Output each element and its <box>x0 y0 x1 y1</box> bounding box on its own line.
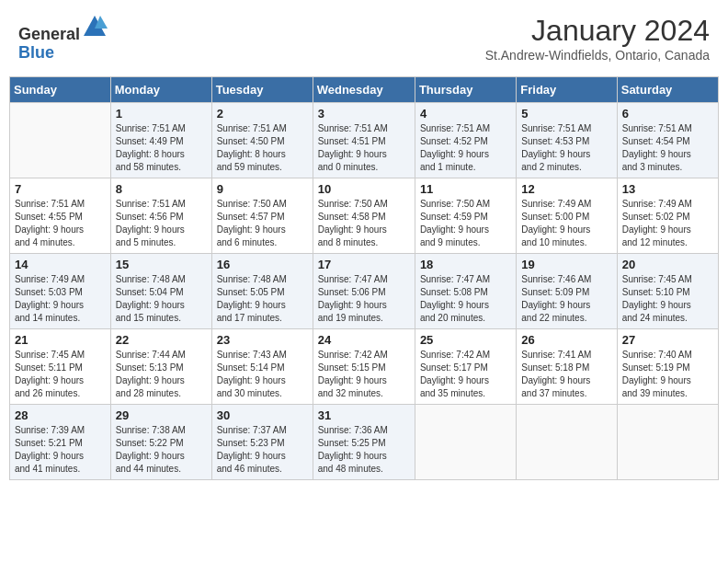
page-header: General Blue January 2024 St.Andrew-Wind… <box>9 9 719 67</box>
day-number: 8 <box>116 182 207 196</box>
day-number: 10 <box>318 182 410 196</box>
calendar-cell: 9Sunrise: 7:50 AM Sunset: 4:57 PM Daylig… <box>211 178 313 254</box>
day-info: Sunrise: 7:42 AM Sunset: 5:17 PM Dayligh… <box>420 349 511 400</box>
day-number: 19 <box>521 258 611 271</box>
logo-blue-text: Blue <box>18 43 54 62</box>
calendar-cell: 26Sunrise: 7:41 AM Sunset: 5:18 PM Dayli… <box>517 329 617 405</box>
day-number: 25 <box>420 333 511 347</box>
weekday-header-friday: Friday <box>517 77 617 103</box>
calendar-cell: 7Sunrise: 7:51 AM Sunset: 4:55 PM Daylig… <box>10 178 111 254</box>
day-info: Sunrise: 7:51 AM Sunset: 4:56 PM Dayligh… <box>116 198 207 249</box>
day-number: 22 <box>116 333 207 347</box>
calendar-cell: 27Sunrise: 7:40 AM Sunset: 5:19 PM Dayli… <box>617 329 718 405</box>
weekday-header-tuesday: Tuesday <box>211 77 313 103</box>
calendar-cell: 2Sunrise: 7:51 AM Sunset: 4:50 PM Daylig… <box>211 103 313 178</box>
day-number: 13 <box>622 182 713 196</box>
calendar-cell: 24Sunrise: 7:42 AM Sunset: 5:15 PM Dayli… <box>313 329 415 405</box>
day-number: 9 <box>217 182 308 196</box>
day-number: 6 <box>622 107 713 121</box>
calendar-cell: 14Sunrise: 7:49 AM Sunset: 5:03 PM Dayli… <box>10 254 111 329</box>
calendar-table: SundayMondayTuesdayWednesdayThursdayFrid… <box>9 76 719 480</box>
weekday-header-thursday: Thursday <box>415 77 516 103</box>
month-title: January 2024 <box>485 14 710 48</box>
day-info: Sunrise: 7:51 AM Sunset: 4:50 PM Dayligh… <box>217 122 308 174</box>
day-info: Sunrise: 7:51 AM Sunset: 4:49 PM Dayligh… <box>116 122 207 174</box>
day-number: 30 <box>217 408 308 422</box>
weekday-header-wednesday: Wednesday <box>313 77 415 103</box>
calendar-cell <box>517 405 617 480</box>
calendar-cell: 22Sunrise: 7:44 AM Sunset: 5:13 PM Dayli… <box>110 329 211 405</box>
calendar-week-row: 1Sunrise: 7:51 AM Sunset: 4:49 PM Daylig… <box>10 103 719 178</box>
calendar-cell: 5Sunrise: 7:51 AM Sunset: 4:53 PM Daylig… <box>517 103 617 178</box>
calendar-cell: 12Sunrise: 7:49 AM Sunset: 5:00 PM Dayli… <box>517 178 617 254</box>
calendar-cell: 23Sunrise: 7:43 AM Sunset: 5:14 PM Dayli… <box>211 329 313 405</box>
calendar-cell: 13Sunrise: 7:49 AM Sunset: 5:02 PM Dayli… <box>617 178 718 254</box>
day-info: Sunrise: 7:36 AM Sunset: 5:25 PM Dayligh… <box>318 424 410 476</box>
calendar-cell: 3Sunrise: 7:51 AM Sunset: 4:51 PM Daylig… <box>313 103 415 178</box>
day-number: 26 <box>521 333 611 347</box>
day-number: 5 <box>521 107 611 121</box>
day-number: 17 <box>318 258 410 271</box>
calendar-cell: 29Sunrise: 7:38 AM Sunset: 5:22 PM Dayli… <box>110 405 211 480</box>
calendar-cell: 19Sunrise: 7:46 AM Sunset: 5:09 PM Dayli… <box>517 254 617 329</box>
calendar-cell: 15Sunrise: 7:48 AM Sunset: 5:04 PM Dayli… <box>110 254 211 329</box>
day-number: 29 <box>116 408 207 422</box>
calendar-cell: 8Sunrise: 7:51 AM Sunset: 4:56 PM Daylig… <box>110 178 211 254</box>
calendar-cell: 17Sunrise: 7:47 AM Sunset: 5:06 PM Dayli… <box>313 254 415 329</box>
weekday-header-sunday: Sunday <box>10 77 111 103</box>
day-info: Sunrise: 7:51 AM Sunset: 4:51 PM Dayligh… <box>318 122 410 174</box>
calendar-week-row: 14Sunrise: 7:49 AM Sunset: 5:03 PM Dayli… <box>10 254 719 329</box>
calendar-week-row: 21Sunrise: 7:45 AM Sunset: 5:11 PM Dayli… <box>10 329 719 405</box>
day-number: 1 <box>116 107 207 121</box>
day-info: Sunrise: 7:50 AM Sunset: 4:59 PM Dayligh… <box>420 198 511 249</box>
day-number: 4 <box>420 107 511 121</box>
day-info: Sunrise: 7:45 AM Sunset: 5:11 PM Dayligh… <box>15 349 106 400</box>
day-info: Sunrise: 7:50 AM Sunset: 4:58 PM Dayligh… <box>318 198 410 249</box>
calendar-cell: 1Sunrise: 7:51 AM Sunset: 4:49 PM Daylig… <box>110 103 211 178</box>
day-info: Sunrise: 7:48 AM Sunset: 5:05 PM Dayligh… <box>217 273 308 325</box>
logo-icon <box>82 14 108 40</box>
calendar-cell: 30Sunrise: 7:37 AM Sunset: 5:23 PM Dayli… <box>211 405 313 480</box>
day-info: Sunrise: 7:48 AM Sunset: 5:04 PM Dayligh… <box>116 273 207 325</box>
logo-general-text: General <box>18 25 80 43</box>
day-number: 11 <box>420 182 511 196</box>
weekday-header-row: SundayMondayTuesdayWednesdayThursdayFrid… <box>10 77 719 103</box>
day-info: Sunrise: 7:50 AM Sunset: 4:57 PM Dayligh… <box>217 198 308 249</box>
day-info: Sunrise: 7:44 AM Sunset: 5:13 PM Dayligh… <box>116 349 207 400</box>
location-title: St.Andrew-Windfields, Ontario, Canada <box>485 48 710 63</box>
day-number: 2 <box>217 107 308 121</box>
day-info: Sunrise: 7:37 AM Sunset: 5:23 PM Dayligh… <box>217 424 308 476</box>
day-number: 31 <box>318 408 410 422</box>
calendar-cell: 31Sunrise: 7:36 AM Sunset: 5:25 PM Dayli… <box>313 405 415 480</box>
day-number: 27 <box>622 333 713 347</box>
day-info: Sunrise: 7:38 AM Sunset: 5:22 PM Dayligh… <box>116 424 207 476</box>
day-info: Sunrise: 7:51 AM Sunset: 4:55 PM Dayligh… <box>15 198 106 249</box>
calendar-cell <box>415 405 516 480</box>
calendar-cell: 20Sunrise: 7:45 AM Sunset: 5:10 PM Dayli… <box>617 254 718 329</box>
day-number: 28 <box>15 408 106 422</box>
day-info: Sunrise: 7:51 AM Sunset: 4:53 PM Dayligh… <box>521 122 611 174</box>
day-number: 16 <box>217 258 308 271</box>
day-info: Sunrise: 7:40 AM Sunset: 5:19 PM Dayligh… <box>622 349 713 400</box>
day-info: Sunrise: 7:51 AM Sunset: 4:54 PM Dayligh… <box>622 122 713 174</box>
title-area: January 2024 St.Andrew-Windfields, Ontar… <box>485 14 710 63</box>
day-info: Sunrise: 7:41 AM Sunset: 5:18 PM Dayligh… <box>521 349 611 400</box>
day-info: Sunrise: 7:51 AM Sunset: 4:52 PM Dayligh… <box>420 122 511 174</box>
day-number: 15 <box>116 258 207 271</box>
day-info: Sunrise: 7:49 AM Sunset: 5:02 PM Dayligh… <box>622 198 713 249</box>
weekday-header-saturday: Saturday <box>617 77 718 103</box>
day-info: Sunrise: 7:39 AM Sunset: 5:21 PM Dayligh… <box>15 424 106 476</box>
calendar-cell <box>10 103 111 178</box>
day-info: Sunrise: 7:46 AM Sunset: 5:09 PM Dayligh… <box>521 273 611 325</box>
calendar-cell: 28Sunrise: 7:39 AM Sunset: 5:21 PM Dayli… <box>10 405 111 480</box>
calendar-cell: 25Sunrise: 7:42 AM Sunset: 5:17 PM Dayli… <box>415 329 516 405</box>
day-info: Sunrise: 7:49 AM Sunset: 5:00 PM Dayligh… <box>521 198 611 249</box>
calendar-cell: 10Sunrise: 7:50 AM Sunset: 4:58 PM Dayli… <box>313 178 415 254</box>
day-info: Sunrise: 7:42 AM Sunset: 5:15 PM Dayligh… <box>318 349 410 400</box>
calendar-week-row: 28Sunrise: 7:39 AM Sunset: 5:21 PM Dayli… <box>10 405 719 480</box>
day-number: 3 <box>318 107 410 121</box>
day-number: 24 <box>318 333 410 347</box>
day-number: 7 <box>15 182 106 196</box>
calendar-cell <box>617 405 718 480</box>
calendar-cell: 18Sunrise: 7:47 AM Sunset: 5:08 PM Dayli… <box>415 254 516 329</box>
